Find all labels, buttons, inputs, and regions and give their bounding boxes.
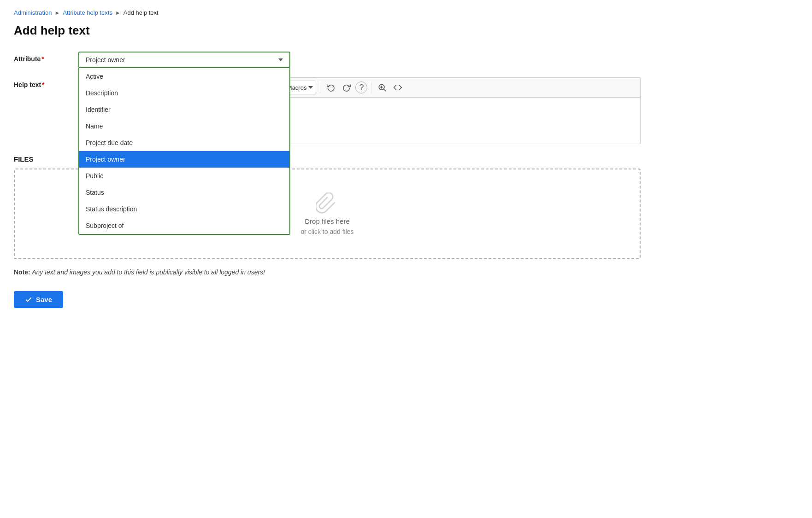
form-section: Attribute* Project owner Active Descript… <box>14 52 641 308</box>
dropdown-item-status[interactable]: Status <box>79 184 289 201</box>
undo-icon <box>327 83 335 92</box>
save-button[interactable]: Save <box>14 291 63 308</box>
attribute-label: Attribute* <box>14 52 69 63</box>
dropzone-text-sub: or click to add files <box>300 228 353 235</box>
undo-button[interactable] <box>324 81 338 94</box>
breadcrumb-sep-2: ► <box>115 10 121 16</box>
dropdown-item-description[interactable]: Description <box>79 85 289 101</box>
page-title: Add help text <box>14 23 798 38</box>
attribute-row: Attribute* Project owner Active Descript… <box>14 52 641 68</box>
dropzone-text-main: Drop files here <box>305 217 350 225</box>
svg-line-8 <box>384 89 386 91</box>
dropdown-item-project-due-date[interactable]: Project due date <box>79 134 289 151</box>
toolbar-divider-5 <box>371 82 371 93</box>
attribute-select-wrapper: Project owner Active Description Identif… <box>78 52 290 68</box>
note-prefix: Note: <box>14 268 30 276</box>
dropdown-item-public[interactable]: Public <box>79 168 289 184</box>
dropdown-item-status-description[interactable]: Status description <box>79 201 289 217</box>
attribute-select-button[interactable]: Project owner <box>78 52 290 68</box>
note-body: Any text and images you add to this fiel… <box>30 268 265 276</box>
preview-button[interactable] <box>375 81 389 94</box>
dropdown-item-identifier[interactable]: Identifier <box>79 101 289 118</box>
dropdown-item-subproject-of[interactable]: Subproject of <box>79 217 289 234</box>
checkmark-icon <box>25 296 32 303</box>
attribute-dropdown-menu: Active Description Identifier Name Proje… <box>78 68 290 235</box>
redo-button[interactable] <box>340 81 353 94</box>
attribute-select-value: Project owner <box>86 56 125 64</box>
save-button-label: Save <box>36 296 52 303</box>
help-text-label: Help text* <box>14 77 69 88</box>
redo-icon <box>342 83 351 92</box>
source-button[interactable] <box>391 81 405 94</box>
macros-chevron-icon <box>308 86 313 89</box>
breadcrumb-current: Add help text <box>124 9 159 16</box>
preview-icon <box>377 83 387 92</box>
dropdown-item-name[interactable]: Name <box>79 118 289 134</box>
paperclip-icon <box>316 192 338 215</box>
required-star: * <box>41 55 44 63</box>
breadcrumb-section[interactable]: Attribute help texts <box>63 9 112 16</box>
dropdown-item-active[interactable]: Active <box>79 68 289 85</box>
note-text: Note: Any text and images you add to thi… <box>14 268 336 277</box>
help-button[interactable]: ? <box>355 81 367 93</box>
breadcrumb: Administration ► Attribute help texts ► … <box>14 9 798 16</box>
toolbar-divider-4 <box>320 82 320 93</box>
source-icon <box>393 83 402 92</box>
required-star-2: * <box>42 81 44 88</box>
chevron-down-icon <box>278 58 283 61</box>
breadcrumb-home[interactable]: Administration <box>14 9 52 16</box>
dropdown-item-project-owner[interactable]: Project owner <box>79 151 289 168</box>
breadcrumb-sep-1: ► <box>54 10 60 16</box>
